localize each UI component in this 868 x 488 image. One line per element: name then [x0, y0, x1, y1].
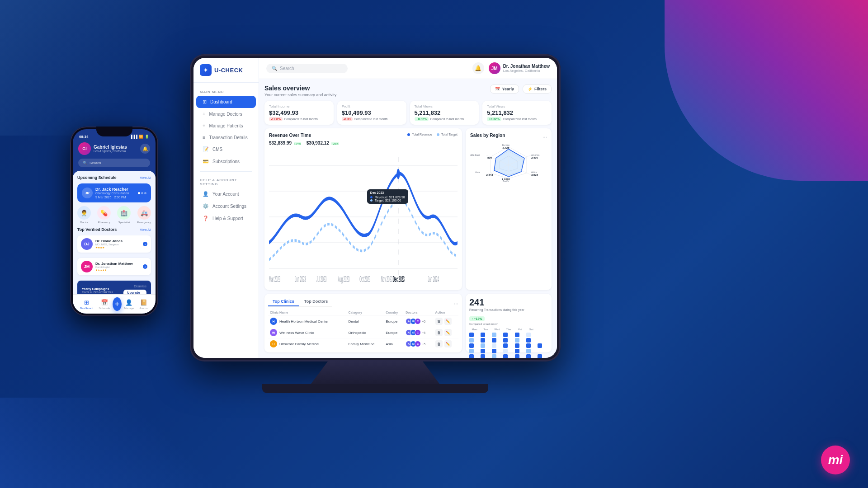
phone-body: Upcoming Schedule View All JR Dr. Jack R… — [73, 171, 156, 294]
nav-journal-icon: 📔 — [140, 299, 147, 306]
col-clinic-name: Clinic Name — [268, 310, 347, 316]
clinic-name-cell: H Health Horizon Medical Center — [268, 316, 347, 327]
doctor-avatars: A B C — [406, 318, 421, 324]
stats-row: Total Income $32,499.93 -12.8% Compared … — [264, 101, 552, 125]
quick-action-emergency[interactable]: 🚑 Emergency — [137, 206, 151, 224]
clinic-table: Clinic Name Category Country Doctors Act… — [268, 310, 458, 349]
tab-top-clinics[interactable]: Top Clinics — [268, 297, 299, 306]
legend-total-revenue: Total Revenue — [407, 133, 432, 136]
stat-views2-label: Total Views — [487, 104, 547, 108]
clinic-category-cell: Orthopedic — [347, 327, 384, 338]
revenue-svg: Mar 2023 Jun 2023 Jul 2023 Aug 2023 Oct … — [269, 148, 458, 286]
sidebar-item-help-support[interactable]: ❓ Help & Support — [196, 212, 256, 225]
sidebar-item-manage-patients[interactable]: + Manage Patients — [196, 120, 256, 131]
clinic-category-cell: Dental — [347, 316, 384, 327]
phone-user-initials: GI — [82, 146, 87, 151]
sidebar-item-subscriptions[interactable]: 💳 Subscriptions — [196, 155, 256, 168]
nav-add-button[interactable]: + — [113, 297, 121, 311]
sidebar-item-account-settings[interactable]: ⚙️ Account Settings — [196, 200, 256, 212]
doctor-info-2: Dr. Jonathan Matthew Cardiologist ★★★★★ — [95, 262, 133, 272]
clinic-doctors-cell: A B C +5 — [404, 316, 433, 327]
delete-icon[interactable]: 🗑 — [435, 340, 443, 347]
cal-dot-item — [481, 343, 485, 348]
action-icons: 🗑 ✏️ — [435, 340, 457, 347]
svg-text:Asia: Asia — [475, 171, 480, 174]
doctor-verified-1: ✓ — [143, 242, 147, 246]
transactions-count: 241 — [469, 297, 524, 308]
phone-search-bar[interactable]: 🔍 Search — [78, 159, 150, 167]
tablet-stand-base — [262, 384, 488, 393]
quick-action-pharmacy[interactable]: 💊 Pharmacy — [97, 206, 111, 224]
edit-icon[interactable]: ✏️ — [444, 329, 452, 336]
promo-subtitle: You're at 70% of your free campaign limi… — [82, 291, 123, 295]
quick-action-specialist[interactable]: 🏥 Specialist — [117, 206, 131, 224]
phone-bottom-nav: ⊞ Dashboard 📅 Schedule + 👤 Manage 📔 Jour… — [73, 294, 156, 314]
cal-dot-item — [492, 354, 496, 358]
yearly-button[interactable]: 📅 Yearly — [490, 84, 519, 94]
phone-header: GI Gabriel Iglesias Los Angeles, Califor… — [73, 141, 156, 159]
dashboard-body: Sales overview Your current sales summar… — [259, 79, 557, 358]
svg-text:2,409: 2,409 — [531, 156, 538, 159]
promo-dismiss-button[interactable]: Dismiss — [134, 284, 146, 288]
stat-income-change: -12.8% Compared to last month — [269, 117, 329, 121]
quick-action-doctor[interactable]: 👨‍⚕️ Doctor — [77, 206, 91, 224]
region-more-icon[interactable]: ··· — [542, 134, 547, 140]
transactions-count-area: 241 Recurring Transactions during this y… — [469, 297, 524, 325]
table-tabs: Top Clinics Top Doctors — [268, 297, 332, 307]
header-actions: 📅 Yearly ⚡ Filters — [490, 84, 552, 94]
chart-revenue-change: +24% — [294, 142, 301, 145]
promo-upgrade-button[interactable]: Upgrade plan — [123, 290, 146, 294]
sidebar-item-account-settings-label: Account Settings — [212, 204, 246, 209]
nav-schedule[interactable]: 📅 Schedule — [96, 298, 113, 310]
phone-screen: 08:34 ▐▐▐ 🛜 🔋 GI Gabriel Iglesias Los An… — [73, 129, 156, 314]
nav-dashboard[interactable]: ⊞ Dashboard — [77, 298, 96, 310]
filter-button[interactable]: ⚡ Filters — [523, 84, 552, 94]
doctor-card-1[interactable]: DJ Dr. Diane Jones MD, MBS, Surgeon ★★★★… — [77, 235, 151, 253]
sidebar-divider — [200, 171, 252, 172]
cal-mon: Mon — [469, 328, 480, 331]
cal-dot-item — [492, 343, 496, 348]
table-more-icon[interactable]: ··· — [454, 300, 458, 307]
doctor-card-2[interactable]: JM Dr. Jonathan Matthew Cardiologist ★★★… — [77, 258, 151, 275]
edit-icon[interactable]: ✏️ — [444, 340, 452, 347]
cal-dot-item — [515, 333, 519, 337]
legend-total-target: Total Target — [437, 133, 458, 136]
sidebar-item-your-account[interactable]: 👤 Your Account — [196, 188, 256, 200]
bg-shape-bottomleft — [0, 398, 226, 488]
user-location: Los Angeles, California — [503, 69, 550, 73]
col-doctors: Doctors — [404, 310, 433, 316]
sidebar-item-transaction-details[interactable]: ≡ Transaction Details — [196, 131, 256, 143]
view-all-doctors-link[interactable]: View All — [140, 228, 151, 231]
chart-meta-revenue: $32,839.99 +24% — [269, 141, 301, 145]
cal-dot-item — [481, 338, 485, 343]
sidebar-item-subscriptions-label: Subscriptions — [212, 159, 240, 164]
sidebar-item-manage-doctors[interactable]: + Manage Doctors — [196, 108, 256, 120]
phone-notch — [96, 127, 132, 136]
svg-text:Aug 2023: Aug 2023 — [338, 274, 350, 284]
schedule-dots — [138, 192, 146, 194]
phone-user-location: Los Angeles, California — [94, 150, 127, 153]
phone-user-text: Gabriel Iglesias Los Angeles, California — [94, 145, 127, 153]
phone-search-icon: 🔍 — [83, 161, 87, 165]
view-all-schedule-link[interactable]: View All — [140, 176, 151, 179]
verified-doctors-header: Top Verified Doctors View All — [77, 227, 151, 232]
quick-specialist-icon: 🏥 — [117, 206, 131, 220]
phone-notification-button[interactable]: 🔔 — [140, 144, 150, 154]
user-info: Dr. Jonathan Matthew Los Angeles, Califo… — [503, 64, 550, 73]
delete-icon[interactable]: 🗑 — [435, 329, 443, 336]
notification-button[interactable]: 🔔 — [472, 62, 484, 74]
search-bar[interactable]: 🔍 Search — [266, 64, 348, 73]
sidebar: ✦ U-CHECK Main Menu ⊞ Dashboard + Manage… — [193, 58, 259, 358]
tab-top-doctors[interactable]: Top Doctors — [300, 297, 332, 306]
doctor-plus-count: +5 — [422, 320, 425, 323]
stat-views1-value: 5,211,832 — [415, 109, 475, 116]
sidebar-item-cms[interactable]: 📝 CMS — [196, 143, 256, 155]
nav-journal[interactable]: 📔 Journal — [137, 298, 151, 310]
sidebar-item-dashboard[interactable]: ⊞ Dashboard — [196, 96, 256, 108]
delete-icon[interactable]: 🗑 — [435, 318, 443, 325]
nav-manage[interactable]: 👤 Manage — [122, 298, 137, 310]
edit-icon[interactable]: ✏️ — [444, 318, 452, 325]
cal-dot-item — [515, 343, 519, 348]
stat-profit-change: -0.33 Compared to last month — [342, 117, 402, 121]
calendar-heatmap: Mon Tue Wed Thu Fri Sat — [469, 328, 548, 358]
